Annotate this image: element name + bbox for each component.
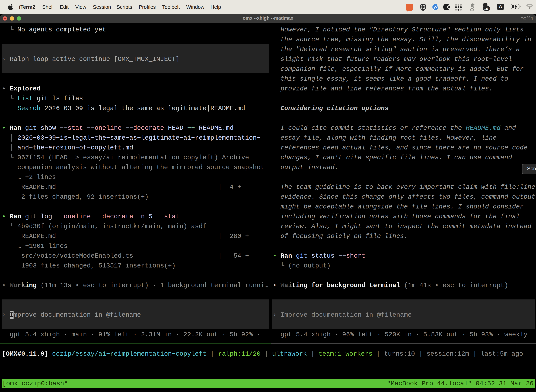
svg-text:..61: ..61 bbox=[484, 7, 490, 11]
